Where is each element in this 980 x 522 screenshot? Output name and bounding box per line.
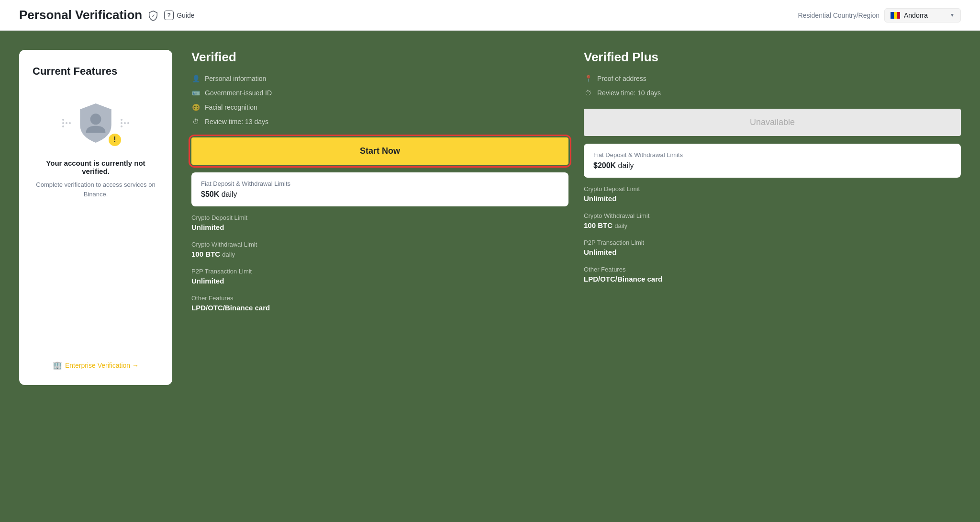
country-region-label: Residential Country/Region bbox=[798, 11, 880, 19]
verified-plus-crypto-deposit-label: Crypto Deposit Limit bbox=[584, 185, 961, 193]
verified-features-list: 👤 Personal information 🪪 Government-issu… bbox=[191, 74, 568, 126]
verified-crypto-withdrawal: Crypto Withdrawal Limit 100 BTC daily bbox=[191, 241, 568, 258]
page-title: Personal Verification bbox=[19, 8, 142, 23]
shield-verified-icon: ✓ bbox=[148, 10, 158, 21]
clock-icon: ⏱ bbox=[191, 117, 200, 126]
country-select[interactable]: Andorra ▼ bbox=[884, 8, 961, 23]
header-left: Personal Verification ✓ ? Guide bbox=[19, 8, 195, 23]
verified-plus-crypto-withdrawal-value: 100 BTC daily bbox=[584, 221, 961, 229]
verified-plus-p2p-value: Unlimited bbox=[584, 248, 961, 256]
verified-feature-personal-text: Personal information bbox=[205, 75, 266, 82]
current-features-card: Current Features bbox=[19, 50, 172, 385]
verified-plus-crypto-deposit: Crypto Deposit Limit Unlimited bbox=[584, 185, 961, 203]
verified-crypto-withdrawal-value: 100 BTC daily bbox=[191, 250, 568, 258]
features-card-title: Current Features bbox=[33, 65, 117, 78]
verified-tier: Verified 👤 Personal information 🪪 Govern… bbox=[191, 50, 568, 321]
guide-label: Guide bbox=[177, 11, 194, 19]
location-icon: 📍 bbox=[584, 74, 592, 83]
verified-other-label: Other Features bbox=[191, 295, 568, 302]
verified-plus-fiat-limits-card: Fiat Deposit & Withdrawal Limits $200K d… bbox=[584, 144, 961, 178]
verified-feature-id: 🪪 Government-issued ID bbox=[191, 89, 568, 97]
verified-crypto-deposit-label: Crypto Deposit Limit bbox=[191, 214, 568, 221]
verified-plus-p2p: P2P Transaction Limit Unlimited bbox=[584, 239, 961, 256]
enterprise-link-label: Enterprise Verification → bbox=[65, 362, 139, 369]
question-icon: ? bbox=[164, 11, 174, 20]
country-name: Andorra bbox=[904, 11, 928, 19]
verified-feature-personal: 👤 Personal information bbox=[191, 74, 568, 83]
verified-fiat-limits-card: Fiat Deposit & Withdrawal Limits $50K da… bbox=[191, 172, 568, 206]
dots-right bbox=[121, 119, 129, 127]
facial-recognition-icon: 😊 bbox=[191, 103, 200, 112]
header: Personal Verification ✓ ? Guide Resident… bbox=[0, 0, 980, 31]
verified-plus-feature-address: 📍 Proof of address bbox=[584, 74, 961, 83]
enterprise-icon: 🏢 bbox=[53, 361, 62, 370]
verified-p2p-label: P2P Transaction Limit bbox=[191, 268, 568, 275]
verified-feature-face-text: Facial recognition bbox=[205, 103, 257, 111]
guide-button[interactable]: ? Guide bbox=[164, 11, 194, 20]
tiers-container: Verified 👤 Personal information 🪪 Govern… bbox=[191, 50, 961, 321]
andorra-flag-icon bbox=[891, 12, 900, 19]
unavailable-button: Unavailable bbox=[584, 109, 961, 136]
verified-plus-tier: Verified Plus 📍 Proof of address ⏱ Revie… bbox=[584, 50, 961, 321]
verified-plus-feature-review: ⏱ Review time: 10 days bbox=[584, 89, 961, 97]
verified-plus-other-value: LPD/OTC/Binance card bbox=[584, 275, 961, 283]
verified-plus-p2p-label: P2P Transaction Limit bbox=[584, 239, 961, 246]
verified-plus-crypto-withdrawal-label: Crypto Withdrawal Limit bbox=[584, 212, 961, 219]
verified-plus-feature-address-text: Proof of address bbox=[597, 75, 646, 82]
not-verified-text: Your account is currently not verified. bbox=[33, 159, 159, 175]
verified-plus-feature-review-text: Review time: 10 days bbox=[597, 89, 661, 97]
verified-other: Other Features LPD/OTC/Binance card bbox=[191, 295, 568, 312]
start-now-button-wrapper: Start Now bbox=[191, 137, 568, 165]
clock-plus-icon: ⏱ bbox=[584, 89, 592, 97]
start-now-button[interactable]: Start Now bbox=[191, 137, 568, 165]
verified-plus-title: Verified Plus bbox=[584, 50, 961, 65]
verified-plus-crypto-deposit-value: Unlimited bbox=[584, 194, 961, 203]
header-right: Residential Country/Region Andorra ▼ bbox=[798, 8, 961, 23]
svg-text:✓: ✓ bbox=[152, 13, 155, 18]
verified-tier-title: Verified bbox=[191, 50, 568, 65]
warning-badge: ! bbox=[108, 133, 122, 147]
verified-feature-id-text: Government-issued ID bbox=[205, 89, 272, 97]
main-content: Current Features bbox=[0, 31, 980, 522]
verification-illustration: ! bbox=[67, 97, 124, 149]
verified-feature-review: ⏱ Review time: 13 days bbox=[191, 117, 568, 126]
verified-p2p: P2P Transaction Limit Unlimited bbox=[191, 268, 568, 285]
verification-desc: Complete verification to access services… bbox=[33, 180, 159, 199]
verified-plus-features-list: 📍 Proof of address ⏱ Review time: 10 day… bbox=[584, 74, 961, 97]
verified-feature-face: 😊 Facial recognition bbox=[191, 103, 568, 112]
verified-crypto-deposit-value: Unlimited bbox=[191, 223, 568, 231]
verified-plus-fiat-label: Fiat Deposit & Withdrawal Limits bbox=[593, 151, 951, 159]
verified-fiat-value: $50K daily bbox=[201, 190, 559, 199]
verified-plus-fiat-value: $200K daily bbox=[593, 161, 951, 170]
dots-left bbox=[62, 119, 71, 127]
chevron-down-icon: ▼ bbox=[950, 12, 955, 18]
verified-feature-review-text: Review time: 13 days bbox=[205, 118, 268, 125]
svg-point-1 bbox=[90, 113, 101, 125]
enterprise-verification-link[interactable]: 🏢 Enterprise Verification → bbox=[53, 341, 139, 370]
verified-fiat-label: Fiat Deposit & Withdrawal Limits bbox=[201, 180, 559, 187]
verified-crypto-deposit: Crypto Deposit Limit Unlimited bbox=[191, 214, 568, 231]
verified-crypto-withdrawal-label: Crypto Withdrawal Limit bbox=[191, 241, 568, 248]
person-icon: 👤 bbox=[191, 74, 200, 83]
verified-other-value: LPD/OTC/Binance card bbox=[191, 304, 568, 312]
verified-plus-other-label: Other Features bbox=[584, 266, 961, 273]
verified-plus-other: Other Features LPD/OTC/Binance card bbox=[584, 266, 961, 283]
verified-p2p-value: Unlimited bbox=[191, 277, 568, 285]
verified-plus-crypto-withdrawal: Crypto Withdrawal Limit 100 BTC daily bbox=[584, 212, 961, 229]
id-card-icon: 🪪 bbox=[191, 89, 200, 97]
